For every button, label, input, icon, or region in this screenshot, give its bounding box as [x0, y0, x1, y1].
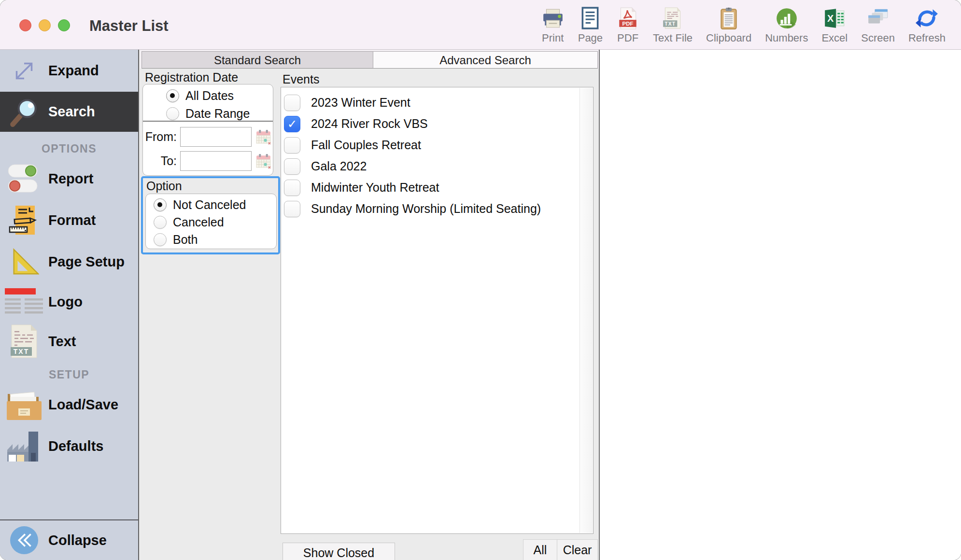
- factory-icon: [0, 431, 48, 462]
- event-checkbox[interactable]: [284, 180, 300, 196]
- show-closed-button[interactable]: Show Closed: [283, 543, 395, 560]
- sidebar-item-defaults[interactable]: Defaults: [0, 425, 138, 467]
- open-folder-icon: [0, 389, 48, 420]
- txt-document-icon: TXT: [0, 324, 48, 359]
- radio-canceled[interactable]: Canceled: [154, 215, 224, 229]
- pdf-button[interactable]: PDF PDF: [609, 4, 646, 44]
- event-row[interactable]: Midwinter Youth Retreat: [284, 177, 439, 198]
- event-label: Sunday Morning Worship (Limited Seating): [311, 202, 541, 216]
- calendar-icon: [255, 153, 272, 169]
- radio-button[interactable]: [166, 89, 179, 102]
- from-date-row: From:: [143, 127, 272, 147]
- print-button[interactable]: Print: [535, 4, 571, 44]
- registration-date-group: All Dates Date Range From:: [142, 84, 273, 176]
- toolbar-item-label: Screen: [861, 32, 895, 44]
- sidebar-item-report[interactable]: Report: [0, 158, 138, 199]
- radio-both[interactable]: Both: [154, 233, 198, 247]
- radio-button[interactable]: [154, 216, 167, 229]
- excel-button[interactable]: X Excel: [815, 4, 854, 44]
- tab-advanced-search[interactable]: Advanced Search: [373, 51, 598, 69]
- event-checkbox[interactable]: [284, 158, 300, 175]
- screen-button[interactable]: Screen: [854, 4, 902, 44]
- refresh-button[interactable]: Refresh: [902, 4, 952, 44]
- select-buttons-group: All Clear: [523, 539, 598, 560]
- group-divider: [143, 121, 273, 122]
- radio-label: Canceled: [173, 215, 224, 229]
- clear-selection-button[interactable]: Clear: [557, 540, 597, 560]
- radio-button[interactable]: [166, 107, 179, 120]
- sidebar-item-label: Logo: [48, 294, 83, 310]
- page-button[interactable]: Page: [571, 4, 609, 44]
- event-row[interactable]: 2024 River Rock VBS: [284, 113, 428, 135]
- svg-text:TXT: TXT: [14, 348, 29, 355]
- radio-date-range[interactable]: Date Range: [166, 107, 250, 121]
- from-calendar-button[interactable]: [255, 129, 272, 145]
- events-list: 2023 Winter Event 2024 River Rock VBS Fa…: [281, 87, 594, 534]
- sidebar-item-label: Page Setup: [48, 254, 125, 270]
- option-group: Not Canceled Canceled Both: [145, 194, 277, 249]
- zoom-window-button[interactable]: [58, 19, 70, 31]
- event-label: Gala 2022: [311, 159, 367, 173]
- registration-date-label: Registration Date: [145, 70, 238, 84]
- event-checkbox[interactable]: [284, 95, 300, 111]
- sidebar: Expand Search OPTIONS Report: [0, 50, 139, 560]
- radio-button[interactable]: [154, 233, 167, 246]
- event-row[interactable]: 2023 Winter Event: [284, 92, 410, 113]
- app-window: Master List Print: [0, 0, 961, 560]
- events-label: Events: [283, 72, 319, 86]
- toolbar-item-label: Clipboard: [706, 32, 751, 44]
- event-row[interactable]: Gala 2022: [284, 155, 367, 177]
- sidebar-spacer: [0, 467, 138, 519]
- sidebar-item-collapse[interactable]: Collapse: [0, 520, 138, 560]
- sidebar-item-logo[interactable]: Logo: [0, 282, 138, 321]
- svg-text:X: X: [827, 13, 834, 24]
- sidebar-item-text[interactable]: TXT Text: [0, 321, 138, 362]
- radio-label: Date Range: [185, 107, 250, 121]
- sidebar-item-format[interactable]: Format: [0, 199, 138, 241]
- close-window-button[interactable]: [19, 19, 31, 31]
- events-scrollbar[interactable]: [579, 88, 593, 533]
- clipboard-button[interactable]: Clipboard: [699, 4, 758, 44]
- printer-icon: [541, 7, 565, 30]
- event-checkbox[interactable]: [284, 137, 300, 154]
- sidebar-section-setup: SETUP: [0, 368, 138, 384]
- sidebar-item-label: Format: [48, 212, 96, 228]
- pdf-file-icon: PDF: [616, 7, 639, 30]
- sidebar-item-search[interactable]: Search: [0, 92, 138, 132]
- radio-not-canceled[interactable]: Not Canceled: [154, 198, 246, 212]
- results-area: [599, 50, 961, 560]
- collapse-circle-icon: [0, 525, 48, 555]
- from-date-input[interactable]: [180, 127, 252, 147]
- toolbar-item-label: Excel: [821, 32, 848, 44]
- radio-label: Not Canceled: [173, 198, 246, 212]
- text-file-button[interactable]: TXT Text File: [646, 4, 699, 44]
- sidebar-item-label: Report: [48, 171, 93, 187]
- from-label: From:: [143, 130, 177, 144]
- sidebar-item-label: Defaults: [48, 438, 103, 454]
- event-checkbox[interactable]: [284, 201, 300, 217]
- sidebar-item-load-save[interactable]: Load/Save: [0, 384, 138, 425]
- to-date-row: To:: [143, 151, 272, 171]
- select-all-button[interactable]: All: [523, 540, 557, 560]
- to-date-input[interactable]: [180, 151, 252, 171]
- toolbar-item-label: Text File: [653, 32, 692, 44]
- sidebar-item-expand[interactable]: Expand: [0, 50, 138, 92]
- tab-standard-search[interactable]: Standard Search: [141, 51, 373, 69]
- toolbar-item-label: Refresh: [908, 32, 946, 44]
- set-square-icon: [0, 247, 48, 277]
- sidebar-item-page-setup[interactable]: Page Setup: [0, 241, 138, 282]
- radio-all-dates[interactable]: All Dates: [166, 89, 234, 103]
- minimize-window-button[interactable]: [39, 19, 51, 31]
- event-row[interactable]: Fall Couples Retreat: [284, 134, 421, 156]
- to-calendar-button[interactable]: [255, 153, 272, 169]
- radio-button[interactable]: [154, 198, 167, 211]
- event-label: 2023 Winter Event: [311, 96, 410, 110]
- toolbar-item-label: PDF: [617, 32, 638, 44]
- radio-label: All Dates: [185, 89, 234, 103]
- screen-windows-icon: [866, 7, 890, 30]
- toolbar-item-label: Page: [578, 32, 603, 44]
- option-group-focus-ring: Option Not Canceled Canceled Both: [141, 176, 280, 254]
- event-row[interactable]: Sunday Morning Worship (Limited Seating): [284, 198, 541, 220]
- numbers-button[interactable]: Numbers: [758, 4, 815, 44]
- event-checkbox[interactable]: [284, 116, 300, 132]
